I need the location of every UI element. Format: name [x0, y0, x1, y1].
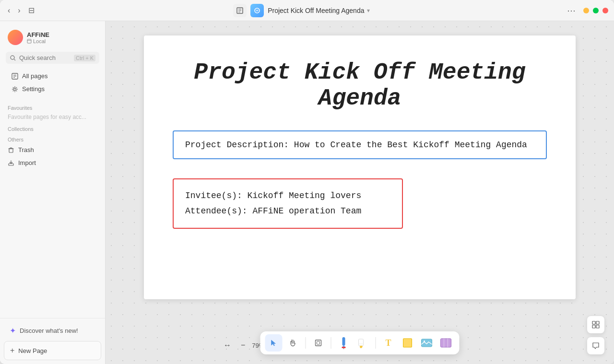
main-area: AFFiNE Local Quick search Ctrl + K [0, 21, 614, 364]
titlebar-left: ‹ › ⊟ [6, 4, 36, 17]
settings-icon [12, 86, 18, 93]
plus-icon: + [10, 346, 14, 355]
collections-label: Collections [0, 122, 105, 133]
user-area[interactable]: AFFiNE Local [4, 27, 101, 48]
collections-section: Collections [0, 122, 105, 133]
favourites-section: Favourites Favourite pages for easy acc.… [0, 101, 105, 122]
more-options-button[interactable]: ⋯ [567, 5, 576, 16]
hand-tool-button[interactable] [284, 334, 302, 352]
comment-button[interactable] [587, 337, 604, 354]
svg-rect-18 [316, 340, 321, 346]
all-pages-label: All pages [22, 72, 47, 80]
toolbar-separator-3 [376, 337, 376, 349]
user-name: AFFiNE [27, 31, 49, 38]
bottom-toolbar: T [260, 331, 460, 354]
svg-rect-24 [359, 339, 364, 346]
toolbar-separator-2 [331, 337, 331, 349]
attendee-line: Attendee(s): AFFiNE operation Team [185, 203, 390, 219]
svg-rect-29 [441, 339, 451, 347]
sidebar-bottom: ✦ Discover what's new! + New Page [0, 318, 105, 364]
text-tool-button[interactable]: T [380, 334, 397, 352]
sidebar-top: AFFiNE Local Quick search Ctrl + K [0, 21, 105, 101]
fit-width-button[interactable]: ↔ [221, 340, 234, 351]
new-page-label: New Page [18, 347, 47, 354]
quick-search-button[interactable]: Quick search Ctrl + K [6, 52, 99, 64]
import-label: Import [18, 159, 36, 166]
titlebar: ‹ › ⊟ Project Kick Off Meeting Agenda ▾ … [0, 0, 614, 21]
titlebar-right: ⋯ [567, 5, 608, 16]
user-info: AFFiNE Local [27, 31, 49, 44]
trash-icon [8, 147, 14, 153]
zoom-out-button[interactable]: − [238, 340, 248, 351]
others-label: Others [0, 133, 105, 143]
shape-icon [402, 338, 413, 348]
blue-box-text: Project Description: How to Create the B… [185, 140, 534, 150]
canvas-scroll[interactable]: Project Kick Off Meeting Agenda Project … [106, 21, 614, 364]
search-label: Quick search [19, 54, 56, 61]
discover-button[interactable]: ✦ Discover what's new! [4, 322, 101, 339]
avatar [8, 30, 23, 45]
sidebar-nav: All pages Settings [4, 68, 101, 97]
all-pages-icon [12, 73, 18, 80]
window-controls [583, 8, 608, 13]
blue-box: Project Description: How to Create the B… [173, 130, 547, 159]
edgeless-mode-button[interactable] [250, 4, 264, 17]
shape-tool-button[interactable] [399, 334, 416, 352]
frame-tool-button[interactable] [310, 334, 327, 352]
pen-tool-button[interactable] [335, 334, 353, 352]
eraser-tool-button[interactable] [354, 334, 372, 352]
red-box: Invitee(s): Kickoff Meeting lovers Atten… [173, 178, 403, 229]
page-document: Project Kick Off Meeting Agenda Project … [144, 35, 576, 299]
sidebar-item-settings[interactable]: Settings [8, 82, 97, 95]
svg-point-13 [14, 88, 16, 90]
sidebar-item-import[interactable]: Import [0, 156, 105, 169]
nav-forward-button[interactable]: › [16, 4, 22, 17]
svg-point-7 [11, 56, 14, 59]
svg-rect-32 [592, 321, 595, 324]
search-shortcut: Ctrl + K [74, 55, 95, 61]
svg-rect-26 [403, 339, 412, 347]
more-tools-icon [440, 338, 452, 348]
canvas-area[interactable]: Project Kick Off Meeting Agenda Project … [106, 21, 614, 364]
page-title-content: Project Kick Off Meeting Agenda [173, 59, 547, 111]
right-controls [587, 316, 604, 354]
minimize-button[interactable] [583, 8, 589, 13]
discover-label: Discover what's new! [20, 327, 78, 334]
sparkle-icon: ✦ [10, 326, 16, 335]
maximize-button[interactable] [593, 8, 599, 13]
hand-icon [289, 339, 297, 347]
svg-rect-20 [342, 337, 345, 346]
import-icon [8, 160, 14, 166]
titlebar-center: Project Kick Off Meeting Agenda ▾ [233, 4, 370, 17]
settings-label: Settings [22, 85, 45, 93]
grid-icon [592, 321, 600, 329]
frame-icon [314, 339, 323, 347]
eraser-icon [357, 336, 369, 350]
new-page-button[interactable]: + New Page [4, 341, 101, 360]
nav-back-button[interactable]: ‹ [6, 4, 12, 17]
svg-rect-22 [342, 347, 346, 348]
more-tools-button[interactable] [437, 334, 455, 352]
svg-rect-5 [27, 39, 31, 43]
page-title-area[interactable]: Project Kick Off Meeting Agenda ▾ [268, 7, 370, 14]
chevron-down-icon: ▾ [367, 7, 370, 14]
red-box-text: Invitee(s): Kickoff Meeting lovers Atten… [185, 188, 390, 219]
layout-toggle-button[interactable]: ⊟ [26, 4, 36, 17]
select-icon [270, 339, 278, 347]
image-icon [421, 338, 433, 348]
select-tool-button[interactable] [265, 334, 283, 352]
toolbar-separator-1 [306, 337, 306, 349]
close-button[interactable] [602, 8, 608, 13]
pen-icon [339, 336, 349, 350]
sidebar-item-all-pages[interactable]: All pages [8, 70, 97, 82]
sidebar: AFFiNE Local Quick search Ctrl + K [0, 21, 106, 364]
grid-view-button[interactable] [587, 316, 604, 333]
favourites-placeholder: Favourite pages for easy acc... [0, 112, 105, 122]
app-window: ‹ › ⊟ Project Kick Off Meeting Agenda ▾ … [0, 0, 614, 364]
comment-icon [592, 342, 600, 350]
svg-rect-34 [592, 325, 595, 328]
image-tool-button[interactable] [418, 334, 436, 352]
doc-mode-button[interactable] [233, 4, 247, 17]
svg-rect-33 [596, 321, 599, 324]
sidebar-item-trash[interactable]: Trash [0, 143, 105, 156]
